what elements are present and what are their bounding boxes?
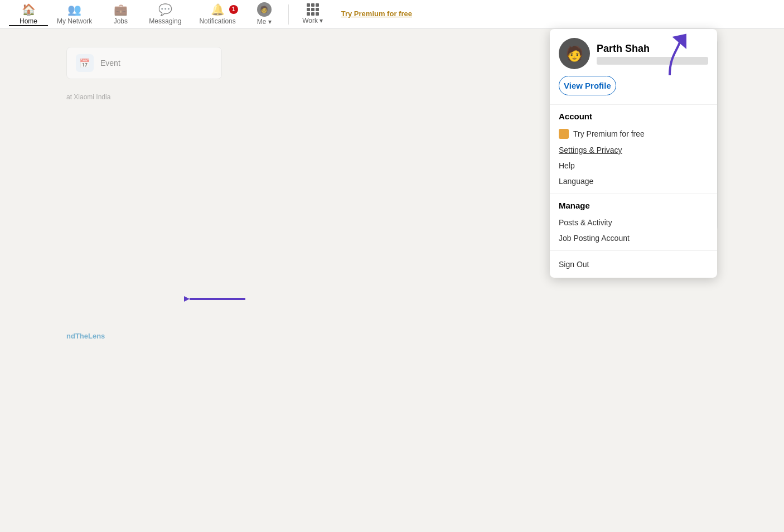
nav-work-label: Work ▾ <box>302 17 323 25</box>
manage-section-title: Manage <box>559 201 708 210</box>
event-bar: 📅 Event <box>66 47 222 79</box>
nav-work[interactable]: Work ▾ <box>293 3 332 26</box>
avatar: 🧑 <box>257 2 272 17</box>
account-section: Account Try Premium for free Settings & … <box>550 104 717 194</box>
nav-notifications[interactable]: 🔔 1 Notifications <box>190 3 244 26</box>
signout-section: Sign Out <box>550 250 717 278</box>
navbar: 🏠 Home 👥 My Network 💼 Jobs 💬 Messaging 🔔… <box>0 0 784 29</box>
posts-activity-item[interactable]: Posts & Activity <box>559 215 708 230</box>
event-icon: 📅 <box>76 54 94 72</box>
work-grid-icon <box>307 3 319 16</box>
dropdown-header: 🧑 Parth Shah <box>550 29 717 76</box>
dropdown-avatar: 🧑 <box>559 38 590 69</box>
dropdown-user-title <box>597 57 708 65</box>
manage-section: Manage Posts & Activity Job Posting Acco… <box>550 194 717 250</box>
nav-divider <box>288 4 289 25</box>
job-posting-item[interactable]: Job Posting Account <box>559 230 708 246</box>
messaging-icon: 💬 <box>158 3 172 16</box>
nav-mynetwork[interactable]: 👥 My Network <box>48 3 101 26</box>
help-item[interactable]: Help <box>559 158 708 173</box>
nav-home-label: Home <box>20 17 37 25</box>
nav-notifications-label: Notifications <box>199 17 235 25</box>
dropdown-user-info: Parth Shah <box>597 43 708 65</box>
mynetwork-icon: 👥 <box>67 3 81 16</box>
home-icon: 🏠 <box>22 3 36 16</box>
view-profile-button[interactable]: View Profile <box>559 76 616 95</box>
nav-messaging-label: Messaging <box>149 17 181 25</box>
job-posting-label: Job Posting Account <box>559 234 630 243</box>
dropdown-user-name: Parth Shah <box>597 43 708 55</box>
premium-label: Try Premium for free <box>573 129 645 138</box>
nav-premium-label: Try Premium for free <box>341 9 412 19</box>
nav-premium[interactable]: Try Premium for free <box>332 9 421 19</box>
left-column: 📅 Event at Xiaomi India ndTheLens <box>66 38 222 350</box>
main-column <box>231 38 541 350</box>
notification-count-badge: 1 <box>229 5 238 14</box>
me-dropdown: 🧑 Parth Shah View Profile Account Try Pr… <box>550 29 717 278</box>
nav-mynetwork-label: My Network <box>57 17 92 25</box>
posts-activity-label: Posts & Activity <box>559 218 612 227</box>
nav-jobs[interactable]: 💼 Jobs <box>101 3 140 26</box>
account-section-title: Account <box>559 112 708 121</box>
location-text: at Xiaomi India <box>66 93 110 101</box>
jobs-icon: 💼 <box>114 3 128 16</box>
premium-item[interactable]: Try Premium for free <box>559 125 708 142</box>
language-label: Language <box>559 177 593 186</box>
signout-item[interactable]: Sign Out <box>559 258 708 271</box>
nav-home[interactable]: 🏠 Home <box>9 3 48 26</box>
lens-link[interactable]: ndTheLens <box>66 332 105 340</box>
location: at Xiaomi India <box>66 86 222 108</box>
help-label: Help <box>559 161 575 170</box>
nav-jobs-label: Jobs <box>114 17 128 25</box>
notifications-icon: 🔔 <box>211 3 225 16</box>
nav-messaging[interactable]: 💬 Messaging <box>140 3 190 26</box>
nav-me[interactable]: 🧑 Me ▾ <box>245 2 284 27</box>
language-item[interactable]: Language <box>559 173 708 189</box>
premium-icon <box>559 129 569 139</box>
settings-privacy-item[interactable]: Settings & Privacy <box>559 142 708 158</box>
event-label: Event <box>100 59 120 67</box>
nav-me-label: Me ▾ <box>257 18 272 26</box>
settings-label: Settings & Privacy <box>559 146 622 154</box>
